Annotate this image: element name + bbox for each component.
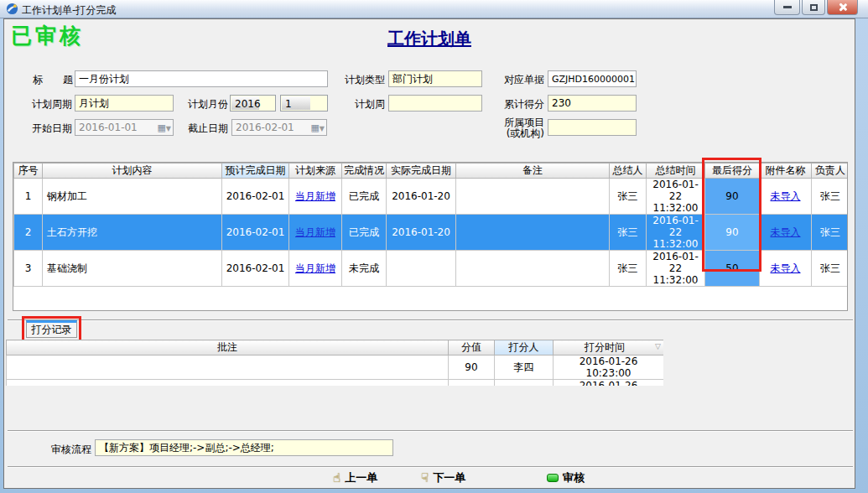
start-date-picker[interactable]: 2016-01-01 ▦▼	[75, 119, 174, 136]
accum-score-input[interactable]: 230	[548, 95, 637, 112]
attachment-import-link[interactable]: 未导入	[771, 226, 801, 238]
cell-actual: 2016-01-20	[387, 179, 456, 215]
cell-score: 90	[705, 179, 760, 215]
maximize-button[interactable]	[802, 0, 825, 15]
month-spinner[interactable]: 1	[280, 95, 328, 112]
review-flow-field: 【新方案】项目经理;->副总;->总经理;	[95, 439, 393, 456]
plan-table-header-row: 序号计划内容预计完成日期计划来源完成情况实际完成日期备注总结人总结时间最后得分附…	[14, 163, 849, 179]
score-column-header[interactable]: 打分人	[495, 340, 554, 355]
cell-owner: 张三	[812, 215, 849, 251]
cell-source: 当月新增	[289, 251, 342, 287]
cell-time: 2016-01-22 11:32:00	[647, 179, 705, 215]
plan-table-row[interactable]: 1钢材加工2016-02-01当月新增已完成2016-01-20张三2016-0…	[14, 179, 849, 215]
cell-content: 基础浇制	[43, 251, 222, 287]
cell-actual: 2016-01-20	[387, 215, 456, 251]
form-panel: 已审核 工作计划单 标 题 一月份计划 计划类型 部门计划 对应单据 GZJHD…	[3, 18, 855, 489]
plan-table: 序号计划内容预计完成日期计划来源完成情况实际完成日期备注总结人总结时间最后得分附…	[13, 162, 848, 311]
cell-no: 3	[14, 251, 43, 287]
plan-type-input[interactable]: 部门计划	[388, 70, 482, 87]
plan-period-input[interactable]: 月计划	[75, 95, 174, 112]
cell-status: 已完成	[342, 179, 387, 215]
plan-column-header[interactable]: 备注	[456, 163, 610, 179]
accum-score-label: 累计得分	[499, 97, 544, 111]
tab-score-records[interactable]: 打分记录	[26, 320, 77, 338]
plan-table-row[interactable]: 3基础浇制2016-02-01当月新增未完成张三2016-01-22 11:32…	[14, 251, 849, 287]
hand-down-icon: ☟	[421, 470, 429, 485]
close-icon	[838, 3, 847, 12]
plan-source-link[interactable]: 当月新增	[295, 226, 335, 238]
plan-column-header[interactable]: 计划来源	[289, 163, 342, 179]
cell-source: 当月新增	[289, 215, 342, 251]
plan-column-header[interactable]: 附件名称	[760, 163, 812, 179]
end-date-label: 截止日期	[182, 122, 228, 135]
plan-column-header[interactable]: 负责人	[812, 163, 849, 179]
plan-column-header[interactable]: 序号	[14, 163, 43, 179]
plan-source-link[interactable]: 当月新增	[295, 262, 335, 274]
app-logo-icon	[6, 3, 18, 15]
plan-source-link[interactable]: 当月新增	[295, 190, 335, 202]
cell-score: 90	[705, 215, 760, 251]
cell-score: 90	[449, 355, 495, 380]
cell-time: 2016-01-26 10:22:00	[554, 380, 664, 387]
start-date-label: 开始日期	[26, 122, 72, 135]
cell-summarizer: 张三	[610, 179, 647, 215]
audit-button[interactable]: 审核	[547, 470, 585, 486]
cell-source: 当月新增	[289, 179, 342, 215]
cell-attachment: 未导入	[760, 251, 812, 287]
next-doc-button[interactable]: ☟ 下一单	[421, 470, 465, 486]
cell-actual	[387, 251, 456, 287]
audit-green-icon	[547, 474, 559, 482]
cell-score: 50	[705, 251, 760, 287]
cell-time: 2016-01-26 10:23:00	[554, 355, 664, 380]
end-date-picker[interactable]: 2016-02-01 ▦▼	[231, 119, 327, 136]
cell-remark	[456, 179, 610, 215]
plan-column-header[interactable]: 计划内容	[43, 163, 222, 179]
cell-expected: 2016-02-01	[222, 251, 289, 287]
cell-score: 80	[449, 380, 495, 387]
plan-column-header[interactable]: 最后得分	[705, 163, 760, 179]
cell-scorer: 张三	[495, 380, 554, 387]
cell-attachment: 未导入	[760, 179, 812, 215]
plan-column-header[interactable]: 完成情况	[342, 163, 387, 179]
doc-no-input[interactable]: GZJHD160000001	[548, 70, 637, 87]
cell-status: 未完成	[342, 251, 387, 287]
plan-week-input[interactable]	[388, 95, 482, 112]
minimize-button[interactable]	[774, 0, 800, 15]
calendar-icon: ▦▼	[310, 122, 325, 135]
calendar-icon: ▦▼	[157, 122, 171, 135]
year-spinner[interactable]: 2016	[230, 95, 276, 112]
score-column-header[interactable]: 分值	[449, 340, 495, 355]
start-date-value: 2016-01-01	[79, 122, 138, 133]
plan-column-header[interactable]: 总结时间	[647, 163, 705, 179]
plan-column-header[interactable]: 总结人	[610, 163, 647, 179]
maximize-icon	[810, 4, 818, 11]
cell-summarizer: 张三	[610, 215, 647, 251]
title-input[interactable]: 一月份计划	[75, 70, 328, 87]
sort-descending-icon[interactable]: ▽	[655, 342, 661, 350]
score-table-row[interactable]: 合格80张三2016-01-26 10:22:00	[7, 380, 664, 387]
previous-doc-button[interactable]: ☝ 上一单	[333, 470, 377, 486]
attachment-import-link[interactable]: 未导入	[771, 262, 801, 274]
project-label: 所属项目(或机构)	[496, 117, 544, 139]
plan-column-header[interactable]: 实际完成日期	[387, 163, 456, 179]
score-column-header[interactable]: 打分时间▽	[554, 340, 664, 355]
section-divider	[8, 430, 853, 432]
project-input[interactable]	[548, 119, 637, 136]
app-window: 工作计划单-打分完成 已审核 工作计划单 标 题 一月份计划 计划类型 部门计划…	[0, 0, 868, 493]
close-button[interactable]	[827, 0, 858, 15]
plan-table-row[interactable]: 2土石方开挖2016-02-01当月新增已完成2016-01-20张三2016-…	[14, 215, 849, 251]
cell-status: 已完成	[342, 215, 387, 251]
minimize-icon	[783, 6, 792, 8]
review-flow-label: 审核流程	[43, 443, 91, 456]
plan-column-header[interactable]: 预计完成日期	[222, 163, 289, 179]
score-table-row[interactable]: 90李四2016-01-26 10:23:00	[7, 355, 664, 380]
cell-comment: 合格	[7, 380, 449, 387]
page-title: 工作计划单	[4, 28, 855, 50]
plan-month-label: 计划月份	[182, 97, 228, 111]
attachment-import-link[interactable]: 未导入	[771, 190, 801, 202]
cell-comment	[7, 355, 449, 380]
score-column-header[interactable]: 批注	[7, 340, 449, 355]
cell-content: 土石方开挖	[43, 215, 222, 251]
footer-divider	[8, 466, 853, 468]
plan-period-label: 计划周期	[26, 97, 72, 111]
